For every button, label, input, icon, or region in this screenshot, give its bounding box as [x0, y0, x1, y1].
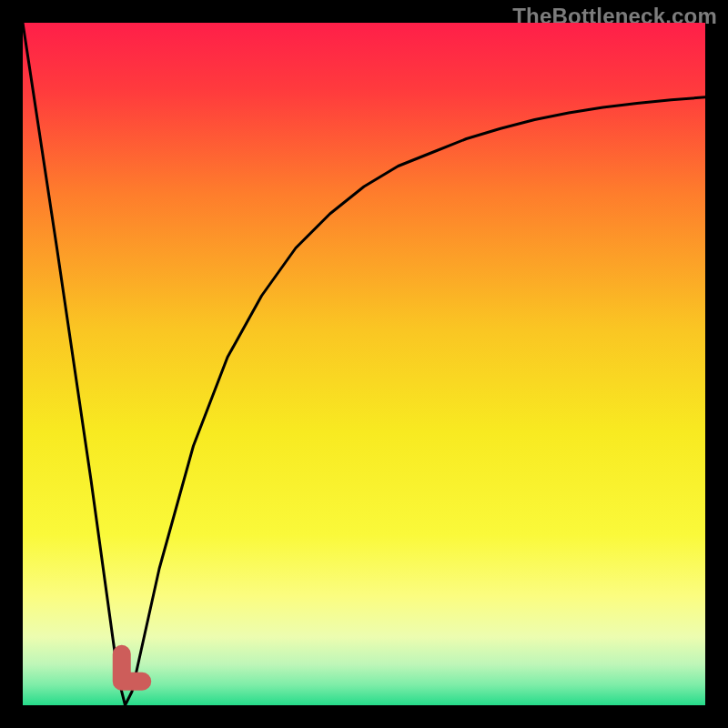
gradient-background	[23, 23, 705, 705]
plot-area	[23, 23, 705, 705]
chart-svg	[23, 23, 705, 705]
chart-frame: TheBottleneck.com	[0, 0, 728, 728]
